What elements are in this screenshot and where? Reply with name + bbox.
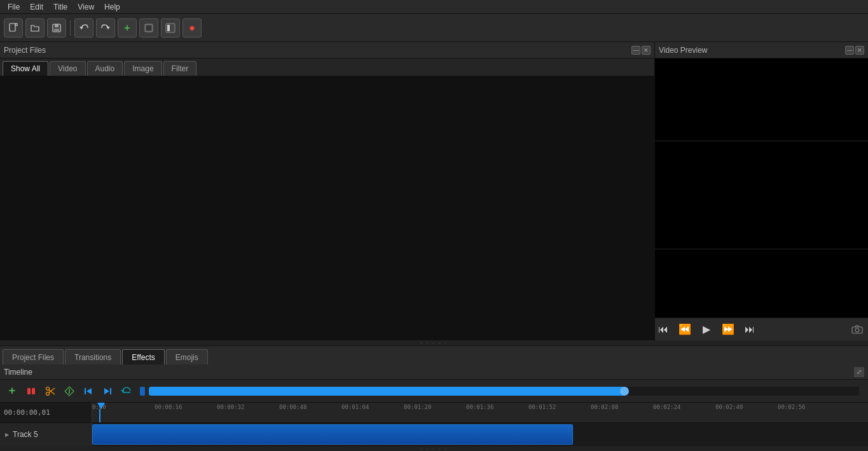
tick-lines bbox=[92, 417, 868, 422]
timeline-toolbar: + bbox=[0, 380, 868, 403]
video-panel-close-btn[interactable]: ✕ bbox=[855, 46, 864, 55]
svg-rect-9 bbox=[167, 25, 170, 31]
bottom-tab-emojis[interactable]: Emojis bbox=[166, 349, 208, 364]
timeline-playhead-marker bbox=[140, 387, 145, 396]
ruler-tick-5: 00:01:20 bbox=[404, 404, 431, 410]
undo-button[interactable] bbox=[74, 18, 93, 38]
top-section: Project Files — ✕ Show All Video Audio I… bbox=[0, 42, 868, 340]
svg-point-14 bbox=[46, 392, 50, 395]
timeline-title: Timeline bbox=[4, 368, 32, 377]
timeline-loop-btn[interactable] bbox=[118, 383, 135, 399]
video-main-display bbox=[655, 141, 868, 249]
bottom-tab-transitions[interactable]: Transitions bbox=[65, 349, 121, 364]
menu-file[interactable]: File bbox=[3, 1, 25, 13]
video-preview-panel: Video Preview — ✕ ⏮ ⏪ ▶ ⏩ ⏭ bbox=[655, 42, 868, 340]
tab-image[interactable]: Image bbox=[124, 61, 162, 76]
track-5-row: Track 5 bbox=[0, 423, 868, 446]
svg-rect-13 bbox=[32, 388, 35, 394]
ruler-tick-3: 00:00:48 bbox=[279, 404, 307, 410]
track-5-clip[interactable] bbox=[92, 424, 573, 445]
svg-rect-2 bbox=[15, 24, 17, 25]
panel-drag-handle[interactable]: · · · · · bbox=[0, 340, 868, 345]
timeline-expand-btn[interactable]: ⤢ bbox=[854, 367, 864, 377]
main-area: Project Files — ✕ Show All Video Audio I… bbox=[0, 42, 868, 451]
project-files-content bbox=[0, 76, 654, 340]
svg-point-15 bbox=[46, 387, 50, 390]
ruler-tick-11: 00:02:56 bbox=[778, 404, 805, 410]
play-button[interactable]: ▶ bbox=[698, 321, 715, 338]
ruler-playhead[interactable] bbox=[97, 403, 105, 409]
ruler-tick-7: 00:01:52 bbox=[528, 404, 556, 410]
tab-audio[interactable]: Audio bbox=[87, 61, 123, 76]
timeline-header: Timeline ⤢ bbox=[0, 364, 868, 380]
fast-forward-button[interactable]: ⏩ bbox=[720, 321, 736, 338]
panel-minimize-btn[interactable]: — bbox=[631, 46, 640, 55]
new-button[interactable] bbox=[4, 18, 23, 38]
tab-filter[interactable]: Filter bbox=[163, 61, 197, 76]
timeline-next-marker-btn[interactable] bbox=[99, 383, 116, 399]
panel-close-btn[interactable]: ✕ bbox=[642, 46, 651, 55]
redo-button[interactable] bbox=[96, 18, 115, 38]
screenshot-button[interactable] bbox=[849, 321, 865, 338]
project-files-panel: Project Files — ✕ Show All Video Audio I… bbox=[0, 42, 655, 340]
menu-view[interactable]: View bbox=[72, 1, 99, 13]
project-files-title: Project Files bbox=[4, 46, 46, 55]
bottom-tab-effects[interactable]: Effects bbox=[122, 349, 164, 364]
menu-edit[interactable]: Edit bbox=[25, 1, 48, 13]
svg-rect-12 bbox=[27, 388, 31, 394]
ruler-tick-10: 00:02:40 bbox=[715, 404, 743, 410]
tab-show-all[interactable]: Show All bbox=[3, 61, 48, 76]
svg-point-11 bbox=[855, 328, 859, 332]
tab-video[interactable]: Video bbox=[50, 61, 85, 76]
track-5-label[interactable]: Track 5 bbox=[0, 423, 92, 446]
playback-controls: ⏮ ⏪ ▶ ⏩ ⏭ bbox=[655, 317, 868, 340]
video-panel-minimize-btn[interactable]: — bbox=[845, 46, 854, 55]
project-files-header: Project Files — ✕ bbox=[0, 42, 654, 59]
menu-help[interactable]: Help bbox=[99, 1, 125, 13]
svg-rect-7 bbox=[146, 25, 151, 31]
timeline-time-display: 00:00:00,01 bbox=[0, 403, 92, 422]
video-bottom-black bbox=[655, 249, 868, 317]
timeline-cut-btn[interactable] bbox=[42, 383, 59, 399]
video-panel-controls: — ✕ bbox=[845, 46, 864, 55]
svg-rect-4 bbox=[55, 24, 59, 27]
save-button[interactable] bbox=[47, 18, 66, 38]
track-5-content[interactable] bbox=[92, 423, 868, 446]
video-top-black bbox=[655, 59, 868, 141]
toolbar: + ● bbox=[0, 14, 868, 42]
timeline-snap-btn[interactable] bbox=[23, 383, 39, 399]
bottom-tab-project-files[interactable]: Project Files bbox=[3, 349, 64, 364]
ruler-tick-1: 00:00:16 bbox=[155, 404, 182, 410]
fullscreen-button[interactable] bbox=[139, 18, 158, 38]
timeline-progress-handle[interactable] bbox=[620, 387, 629, 396]
timeline-progress-area bbox=[140, 387, 862, 396]
timeline-progress-track bbox=[149, 387, 624, 396]
svg-rect-0 bbox=[10, 24, 15, 31]
time-display-text: 00:00:00,01 bbox=[4, 408, 50, 417]
ruler-tick-4: 00:01:04 bbox=[341, 404, 369, 410]
add-clip-button[interactable]: + bbox=[118, 18, 137, 38]
ruler-tick-9: 00:02:24 bbox=[653, 404, 680, 410]
open-button[interactable] bbox=[25, 18, 45, 38]
skip-to-start-button[interactable]: ⏮ bbox=[655, 321, 672, 338]
bottom-tabs-bar: Project Files Transitions Effects Emojis bbox=[0, 345, 868, 364]
zoom-button[interactable] bbox=[161, 18, 180, 38]
ruler-marks[interactable]: 0:00 00:00:16 00:00:32 00:00:48 00:01:04… bbox=[92, 403, 868, 422]
rewind-button[interactable]: ⏪ bbox=[677, 321, 693, 338]
record-button[interactable]: ● bbox=[183, 18, 202, 38]
timeline-section: Timeline ⤢ + bbox=[0, 364, 868, 451]
timeline-add-btn[interactable]: + bbox=[4, 383, 20, 399]
ruler-tick-8: 00:02:08 bbox=[591, 404, 618, 410]
svg-rect-5 bbox=[54, 29, 59, 31]
timeline-scrubber[interactable] bbox=[149, 387, 859, 396]
timeline-marker-btn[interactable] bbox=[61, 383, 78, 399]
timeline-prev-marker-btn[interactable] bbox=[80, 383, 97, 399]
skip-to-end-button[interactable]: ⏭ bbox=[741, 321, 758, 338]
menu-title[interactable]: Title bbox=[48, 1, 72, 13]
bottom-drag-handle[interactable]: · · · · · bbox=[0, 446, 868, 451]
panel-controls: — ✕ bbox=[631, 46, 651, 55]
toolbar-separator-1 bbox=[70, 20, 71, 36]
ruler-tick-2: 00:00:32 bbox=[217, 404, 244, 410]
ruler-tick-6: 00:01:36 bbox=[466, 404, 493, 410]
video-preview-title: Video Preview bbox=[659, 46, 708, 55]
